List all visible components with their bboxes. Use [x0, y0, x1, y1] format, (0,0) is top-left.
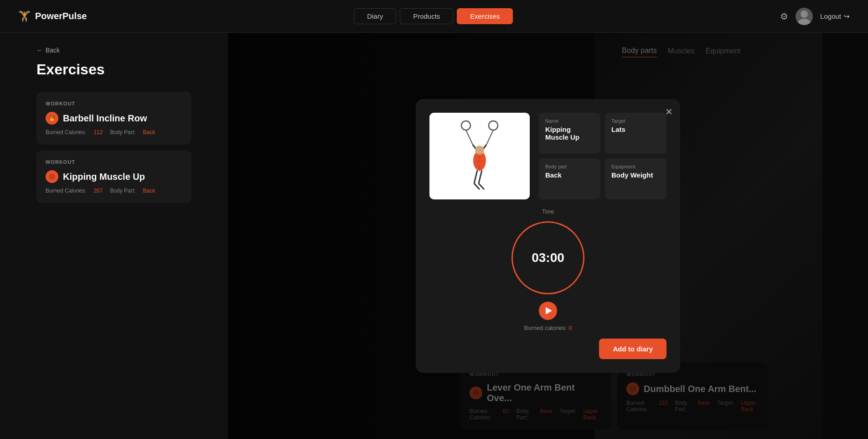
- workout-label: WORKOUT: [46, 159, 182, 165]
- body-part-value: Back: [545, 171, 594, 179]
- modal-top-section: Name Kipping Muscle Up Target Lats Body …: [429, 113, 666, 199]
- svg-point-0: [801, 10, 808, 18]
- workout-icon: 💪: [46, 112, 58, 125]
- nav-right: ⚙ Logout ↪: [780, 8, 850, 25]
- target-label: Target: [611, 118, 660, 124]
- body-part-value: Back: [143, 188, 155, 194]
- exercise-image: [429, 113, 530, 199]
- modal-actions: Add to diary: [429, 339, 666, 359]
- modal-close-button[interactable]: ✕: [665, 106, 673, 117]
- logo-text: PowerPulse: [35, 11, 87, 21]
- exercise-info-grid: Name Kipping Muscle Up Target Lats Body …: [539, 113, 666, 199]
- info-card-body-part: Body part Back: [539, 158, 600, 199]
- svg-line-10: [486, 130, 493, 145]
- svg-point-4: [49, 173, 55, 180]
- exercise-name: Kipping Muscle Up: [63, 172, 145, 182]
- svg-text:💪: 💪: [49, 115, 55, 121]
- page-title: Exercises: [36, 61, 219, 78]
- main-nav: Diary Products Exercises: [354, 8, 513, 24]
- info-card-name: Name Kipping Muscle Up: [539, 113, 600, 154]
- play-icon: [546, 307, 552, 314]
- timer-section: Time 03:00 Burned calories: 0: [429, 209, 666, 331]
- body-part-label: Body Part:: [110, 188, 135, 194]
- timer-value: 03:00: [532, 251, 564, 265]
- info-card-target: Target Lats: [605, 113, 666, 154]
- equipment-label: Equipment: [611, 164, 660, 169]
- body-part-label: Body Part:: [110, 129, 135, 136]
- play-button[interactable]: [539, 302, 557, 320]
- products-nav-button[interactable]: Products: [400, 8, 453, 24]
- burned-value: 112: [93, 129, 103, 136]
- header: 🏋 PowerPulse Diary Products Exercises ⚙ …: [0, 0, 868, 33]
- logout-button[interactable]: Logout ↪: [820, 12, 850, 21]
- body-part-label: Body part: [545, 164, 594, 169]
- svg-point-14: [475, 146, 484, 155]
- logout-text: Logout: [820, 12, 841, 20]
- back-arrow-icon: ←: [36, 47, 43, 54]
- workout-label: WORKOUT: [46, 101, 182, 106]
- svg-line-19: [479, 170, 482, 183]
- workout-meta: Burned Calories: 112 Body Part: Back: [46, 129, 182, 136]
- target-value: Lats: [611, 125, 660, 133]
- name-label: Name: [545, 118, 594, 124]
- svg-line-18: [474, 170, 477, 183]
- logo-icon: 🏋: [18, 10, 31, 22]
- add-to-diary-button[interactable]: Add to diary: [599, 339, 666, 359]
- hero-area: Body parts Muscles Equipment WORKOUT Lev…: [228, 33, 868, 439]
- svg-point-7: [461, 121, 470, 130]
- svg-point-1: [798, 19, 811, 25]
- logo: 🏋 PowerPulse: [18, 10, 87, 22]
- sidebar: ← Back Exercises WORKOUT 💪 Barbell Incli…: [0, 33, 228, 439]
- burned-value: 267: [93, 188, 103, 194]
- diary-nav-button[interactable]: Diary: [354, 8, 396, 24]
- back-link[interactable]: ← Back: [36, 47, 219, 54]
- timer-label: Time: [542, 209, 554, 215]
- workout-name: 💪 Barbell Incline Row: [46, 112, 182, 125]
- logout-icon: ↪: [844, 12, 850, 21]
- workout-icon: [46, 170, 58, 183]
- workout-card[interactable]: WORKOUT Kipping Muscle Up Burned Calorie…: [36, 150, 191, 203]
- avatar: [796, 8, 813, 25]
- svg-point-8: [489, 121, 498, 130]
- svg-line-9: [466, 130, 473, 145]
- workout-card[interactable]: WORKOUT 💪 Barbell Incline Row Burned Cal…: [36, 92, 191, 145]
- burned-calories-label: Burned calories:: [524, 324, 567, 331]
- burned-calories-display: Burned calories: 0: [524, 324, 572, 331]
- exercises-nav-button[interactable]: Exercises: [457, 8, 513, 24]
- settings-icon[interactable]: ⚙: [780, 11, 788, 22]
- body-part-value: Back: [143, 129, 155, 136]
- equipment-value: Body Weight: [611, 171, 660, 179]
- burned-label: Burned Calories:: [46, 129, 86, 136]
- workout-meta: Burned Calories: 267 Body Part: Back: [46, 188, 182, 194]
- back-text: Back: [46, 47, 60, 54]
- name-value: Kipping Muscle Up: [545, 125, 594, 141]
- burned-calories-value: 0: [568, 324, 572, 331]
- timer-circle: 03:00: [512, 221, 584, 294]
- exercise-modal: ✕: [416, 99, 680, 373]
- modal-overlay: ✕: [228, 33, 868, 439]
- main-content: ← Back Exercises WORKOUT 💪 Barbell Incli…: [0, 33, 868, 439]
- info-card-equipment: Equipment Body Weight: [605, 158, 666, 199]
- workout-name: Kipping Muscle Up: [46, 170, 182, 183]
- exercise-name: Barbell Incline Row: [63, 113, 147, 124]
- burned-label: Burned Calories:: [46, 188, 86, 194]
